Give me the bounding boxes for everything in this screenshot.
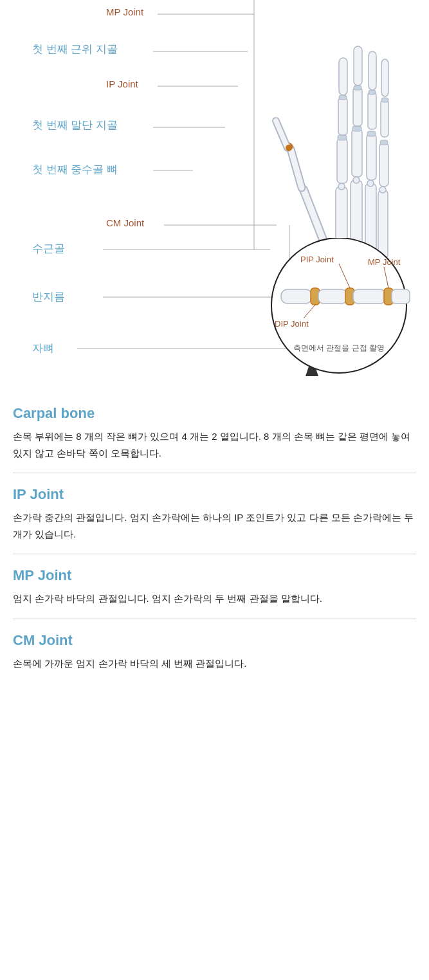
- svg-rect-49: [354, 86, 361, 90]
- svg-rect-46: [368, 92, 376, 129]
- svg-rect-52: [339, 58, 347, 95]
- title-carpal-bone: Carpal bone: [13, 405, 416, 422]
- title-cm-joint: CM Joint: [13, 632, 416, 649]
- svg-rect-50: [369, 90, 376, 95]
- svg-rect-41: [352, 126, 361, 131]
- svg-rect-44: [338, 98, 347, 135]
- zoom-circle-area: PIP Joint MP Joint DIP Joint 측면에서 관절을 근접…: [262, 238, 416, 379]
- title-ip-joint: IP Joint: [13, 486, 416, 503]
- svg-point-31: [353, 177, 360, 183]
- title-mp-joint: MP Joint: [13, 567, 416, 584]
- label-carpals: 수근골: [32, 241, 65, 256]
- svg-rect-53: [354, 46, 362, 86]
- svg-rect-42: [367, 131, 376, 136]
- svg-point-32: [367, 180, 374, 186]
- svg-rect-36: [367, 134, 376, 180]
- label-ip-joint: IP Joint: [106, 78, 138, 89]
- svg-rect-66: [353, 289, 385, 304]
- svg-rect-64: [318, 289, 347, 304]
- section-ip-joint: IP Joint 손가락 중간의 관절입니다. 엄지 손가락에는 하나의 IP …: [13, 473, 416, 554]
- svg-rect-51: [381, 98, 388, 102]
- diagram-area: 첫 번째 근위 지골 첫 번째 말단 지골 첫 번째 중수골 뼈 수근골 반지름…: [0, 0, 429, 386]
- svg-rect-62: [281, 289, 312, 304]
- section-carpal-bone: Carpal bone 손목 부위에는 8 개의 작은 뼈가 있으며 4 개는 …: [13, 392, 416, 473]
- section-mp-joint: MP Joint 엄지 손가락 바닥의 관절입니다. 엄지 손가락의 두 번째 …: [13, 554, 416, 619]
- label-first-metacarpal: 첫 번째 중수골 뼈: [32, 162, 118, 177]
- svg-text:측면에서 관절을 근접 촬영: 측면에서 관절을 근접 촬영: [293, 343, 385, 352]
- svg-line-29: [304, 190, 325, 244]
- svg-rect-40: [338, 135, 347, 140]
- svg-rect-45: [353, 87, 362, 126]
- svg-rect-43: [380, 140, 388, 145]
- svg-point-59: [286, 145, 292, 151]
- label-ulna: 자뼈: [32, 341, 54, 356]
- svg-text:DIP Joint: DIP Joint: [275, 319, 309, 329]
- label-cm-joint: CM Joint: [106, 217, 144, 228]
- svg-rect-55: [381, 59, 388, 96]
- svg-rect-34: [337, 138, 347, 183]
- body-cm-joint: 손목에 가까운 엄지 손가락 바닥의 세 번째 관절입니다.: [13, 655, 416, 672]
- svg-text:MP Joint: MP Joint: [368, 257, 401, 267]
- svg-rect-48: [339, 95, 347, 100]
- svg-rect-37: [379, 143, 388, 186]
- svg-rect-68: [392, 289, 410, 304]
- body-mp-joint: 엄지 손가락 바닥의 관절입니다. 엄지 손가락의 두 번째 관절을 말합니다.: [13, 590, 416, 607]
- content-area: Carpal bone 손목 부위에는 8 개의 작은 뼈가 있으며 4 개는 …: [0, 386, 429, 702]
- svg-point-33: [379, 186, 386, 193]
- svg-rect-47: [381, 100, 388, 137]
- body-ip-joint: 손가락 중간의 관절입니다. 엄지 손가락에는 하나의 IP 조인트가 있고 다…: [13, 509, 416, 542]
- svg-text:PIP Joint: PIP Joint: [300, 255, 334, 264]
- section-cm-joint: CM Joint 손목에 가까운 엄지 손가락 바닥의 세 번째 관절입니다.: [13, 619, 416, 684]
- label-first-dist-phalanx: 첫 번째 말단 지골: [32, 118, 118, 132]
- svg-point-30: [338, 183, 345, 190]
- svg-rect-35: [352, 129, 362, 177]
- body-carpal-bone: 손목 부위에는 8 개의 작은 뼈가 있으며 4 개는 2 열입니다. 8 개의…: [13, 428, 416, 461]
- label-mp-joint: MP Joint: [106, 6, 143, 17]
- svg-rect-54: [369, 51, 376, 90]
- label-first-prox-phalanx: 첫 번째 근위 지골: [32, 42, 118, 57]
- label-radius: 반지름: [32, 289, 65, 304]
